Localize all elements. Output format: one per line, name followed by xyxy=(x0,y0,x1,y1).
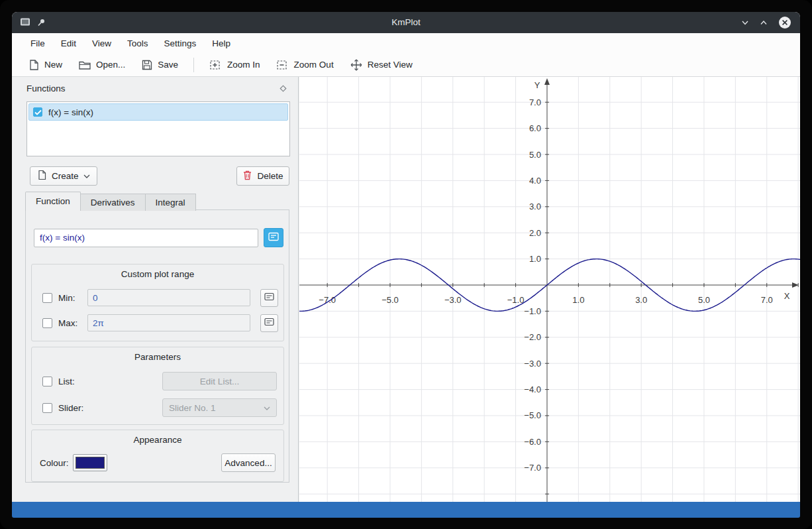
svg-text:5.0: 5.0 xyxy=(529,150,541,160)
colour-swatch xyxy=(76,457,105,469)
menubar: File Edit View Tools Settings Help xyxy=(12,33,800,53)
open-folder-icon xyxy=(78,59,91,71)
reset-view-button[interactable]: Reset View xyxy=(343,55,419,75)
svg-text:3.0: 3.0 xyxy=(635,295,647,305)
colour-label: Colour: xyxy=(40,458,73,468)
reset-view-icon xyxy=(350,58,363,72)
menu-edit[interactable]: Edit xyxy=(54,36,83,51)
zoom-out-button[interactable]: Zoom Out xyxy=(270,56,340,74)
slider-label: Slider: xyxy=(58,403,162,413)
svg-text:−5.0: −5.0 xyxy=(381,295,399,305)
function-visible-checkbox[interactable] xyxy=(33,107,42,117)
max-editor-icon xyxy=(264,318,274,328)
menu-help[interactable]: Help xyxy=(205,36,237,51)
new-button[interactable]: New xyxy=(21,56,69,74)
titlebar[interactable]: KmPlot xyxy=(12,12,800,33)
group-title-parameters: Parameters xyxy=(32,352,283,362)
tab-derivatives[interactable]: Derivatives xyxy=(80,194,146,211)
toolbar-separator xyxy=(193,58,194,72)
edit-list-button[interactable]: Edit List... xyxy=(162,372,277,390)
min-editor-button[interactable] xyxy=(260,289,278,307)
svg-text:1.0: 1.0 xyxy=(529,254,541,264)
zoom-in-button[interactable]: Zoom In xyxy=(203,56,267,74)
trash-icon xyxy=(242,170,252,182)
create-function-icon xyxy=(37,170,47,182)
new-document-icon xyxy=(28,59,40,71)
min-checkbox[interactable] xyxy=(42,293,52,303)
taskbar-panel[interactable] xyxy=(12,502,800,518)
svg-text:7.0: 7.0 xyxy=(761,295,773,305)
max-input[interactable] xyxy=(87,314,250,331)
min-row: Min: xyxy=(32,288,283,307)
svg-text:−5.0: −5.0 xyxy=(524,410,541,420)
tab-integral[interactable]: Integral xyxy=(145,194,196,211)
list-label: List: xyxy=(58,377,162,386)
group-title-appearance: Appearance xyxy=(32,435,283,445)
minimize-button[interactable] xyxy=(740,18,750,27)
advanced-button[interactable]: Advanced... xyxy=(221,453,276,472)
appearance-group: Appearance Colour: Advanced... xyxy=(31,430,284,482)
menu-view[interactable]: View xyxy=(85,36,118,51)
menu-tools[interactable]: Tools xyxy=(121,36,155,51)
tab-function[interactable]: Function xyxy=(25,192,81,211)
close-button[interactable] xyxy=(778,15,792,30)
slider-row: Slider: Slider No. 1 xyxy=(32,398,283,417)
function-tab-panel: Custom plot range Min: Max: xyxy=(25,209,289,483)
max-row: Max: xyxy=(32,314,283,332)
zoom-in-label: Zoom In xyxy=(227,60,260,70)
svg-text:2.0: 2.0 xyxy=(529,228,541,238)
svg-text:−2.0: −2.0 xyxy=(524,332,541,342)
list-checkbox[interactable] xyxy=(42,377,52,386)
function-label: f(x) = sin(x) xyxy=(48,107,93,117)
dock-header: Functions xyxy=(12,77,298,99)
save-label: Save xyxy=(158,60,178,70)
kmplot-window: KmPlot File Edit View Tools Settings Hel… xyxy=(12,12,800,502)
create-button[interactable]: Create xyxy=(30,166,97,186)
delete-button[interactable]: Delete xyxy=(236,166,289,186)
svg-text:3.0: 3.0 xyxy=(529,202,541,211)
zoom-out-label: Zoom Out xyxy=(294,60,334,70)
list-row: List: Edit List... xyxy=(32,372,283,390)
reset-view-label: Reset View xyxy=(368,60,413,70)
min-label: Min: xyxy=(58,293,87,303)
delete-label: Delete xyxy=(257,171,283,181)
menu-settings[interactable]: Settings xyxy=(158,36,203,51)
create-label: Create xyxy=(52,171,79,181)
equation-input[interactable] xyxy=(34,229,258,247)
max-checkbox[interactable] xyxy=(42,318,52,328)
svg-text:−3.0: −3.0 xyxy=(524,359,541,369)
svg-text:1.0: 1.0 xyxy=(572,295,584,305)
svg-text:Y: Y xyxy=(534,80,540,90)
open-button[interactable]: Open... xyxy=(72,56,132,74)
maximize-button[interactable] xyxy=(759,18,768,27)
slider-select[interactable]: Slider No. 1 xyxy=(162,398,277,417)
dock-title: Functions xyxy=(26,84,66,93)
function-list[interactable]: f(x) = sin(x) xyxy=(26,101,290,156)
svg-text:6.0: 6.0 xyxy=(529,123,541,133)
svg-text:7.0: 7.0 xyxy=(529,97,541,107)
function-list-item[interactable]: f(x) = sin(x) xyxy=(28,103,288,121)
tab-bar: Function Derivatives Integral xyxy=(25,192,195,211)
equation-editor-button[interactable] xyxy=(264,228,283,247)
save-button[interactable]: Save xyxy=(134,56,185,74)
screen: KmPlot File Edit View Tools Settings Hel… xyxy=(0,0,812,529)
menu-file[interactable]: File xyxy=(24,36,52,51)
functions-dock: Functions f(x) = sin(x) Create De xyxy=(12,77,299,502)
slider-checkbox[interactable] xyxy=(42,403,52,413)
plot-area[interactable]: −7.0−5.0−3.0−1.01.03.05.07.07.06.05.04.0… xyxy=(299,77,800,502)
dock-float-button[interactable] xyxy=(279,84,287,93)
slider-select-value: Slider No. 1 xyxy=(169,403,216,413)
appearance-row: Colour: Advanced... xyxy=(32,452,283,473)
advanced-label: Advanced... xyxy=(225,458,272,468)
equation-editor-icon xyxy=(268,232,279,243)
zoom-out-icon xyxy=(276,59,289,71)
window-title: KmPlot xyxy=(12,12,800,33)
svg-text:−3.0: −3.0 xyxy=(444,295,462,305)
colour-button[interactable] xyxy=(73,454,107,471)
svg-text:5.0: 5.0 xyxy=(698,295,710,305)
group-title-range: Custom plot range xyxy=(32,269,283,279)
svg-text:−7.0: −7.0 xyxy=(524,463,541,473)
max-editor-button[interactable] xyxy=(260,314,278,332)
min-input[interactable] xyxy=(87,289,250,306)
zoom-in-icon xyxy=(209,59,223,71)
